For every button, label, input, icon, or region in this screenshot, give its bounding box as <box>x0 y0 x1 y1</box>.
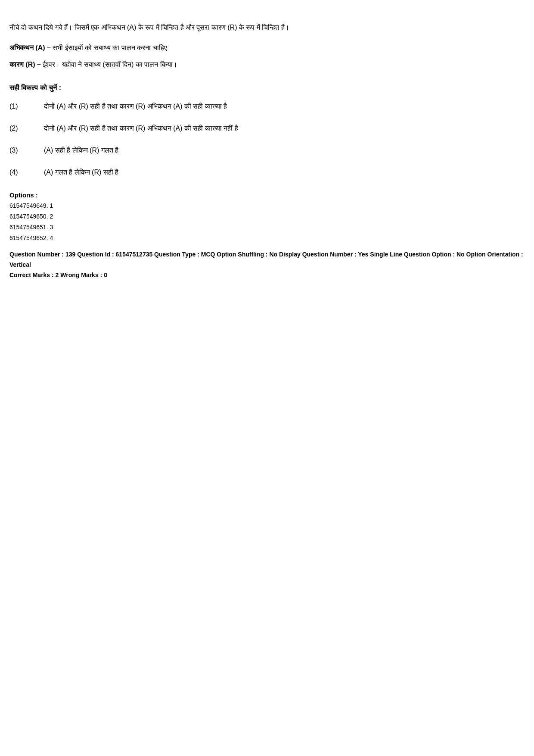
option-item-4: (4) (A) गलत है लेकिन (R) सही है <box>9 166 525 178</box>
option-number-4: (4) <box>9 166 44 178</box>
option-item-2: (2) दोनों (A) और (R) सही है तथा कारण (R)… <box>9 122 525 134</box>
option-item-3: (3) (A) सही है लेकिन (R) गलत है <box>9 144 525 156</box>
option-text-2: दोनों (A) और (R) सही है तथा कारण (R) अभि… <box>44 122 525 134</box>
option-number-3: (3) <box>9 144 44 156</box>
assertion-text: सभी ईसाइयों को सबाथ्य का पालन करना चाहिए <box>53 44 167 51</box>
option-item-1: (1) दोनों (A) और (R) सही है तथा कारण (R)… <box>9 100 525 112</box>
option-text-3: (A) सही है लेकिन (R) गलत है <box>44 144 525 156</box>
assertion-statement: अभिकथन (A) – सभी ईसाइयों को सबाथ्य का पा… <box>9 42 525 54</box>
option-id-1: 61547549649. 1 <box>9 200 525 211</box>
option-number-2: (2) <box>9 122 44 134</box>
meta-section: Question Number : 139 Question Id : 6154… <box>9 250 525 280</box>
option-id-4: 61547549652. 4 <box>9 233 525 244</box>
option-text-4: (A) गलत है लेकिन (R) सही है <box>44 166 525 178</box>
assertion-label: अभिकथन (A) – <box>9 44 51 51</box>
option-id-2: 61547549650. 2 <box>9 211 525 222</box>
reason-text: ईश्वर। यहोवा ने सबाथ्य (सातवाँ दिन) का प… <box>43 61 177 68</box>
choose-text: सही विकल्प को चुनें : <box>9 84 525 92</box>
options-section: Options : 61547549649. 1 61547549650. 2 … <box>9 191 525 244</box>
option-text-1: दोनों (A) और (R) सही है तथा कारण (R) अभि… <box>44 100 525 112</box>
intro-text: नीचे दो कथन दिये गये हैं। जिसमें एक अभिक… <box>9 22 525 33</box>
options-heading: Options : <box>9 191 525 199</box>
marks-line: Correct Marks : 2 Wrong Marks : 0 <box>9 270 525 281</box>
reason-statement: कारण (R) – ईश्वर। यहोवा ने सबाथ्य (सातवा… <box>9 59 525 71</box>
meta-text: Question Number : 139 Question Id : 6154… <box>9 250 525 270</box>
options-list: (1) दोनों (A) और (R) सही है तथा कारण (R)… <box>9 100 525 178</box>
question-body: नीचे दो कथन दिये गये हैं। जिसमें एक अभिक… <box>9 13 525 289</box>
reason-label: कारण (R) – <box>9 61 41 68</box>
option-id-3: 61547549651. 3 <box>9 222 525 233</box>
option-number-1: (1) <box>9 100 44 112</box>
